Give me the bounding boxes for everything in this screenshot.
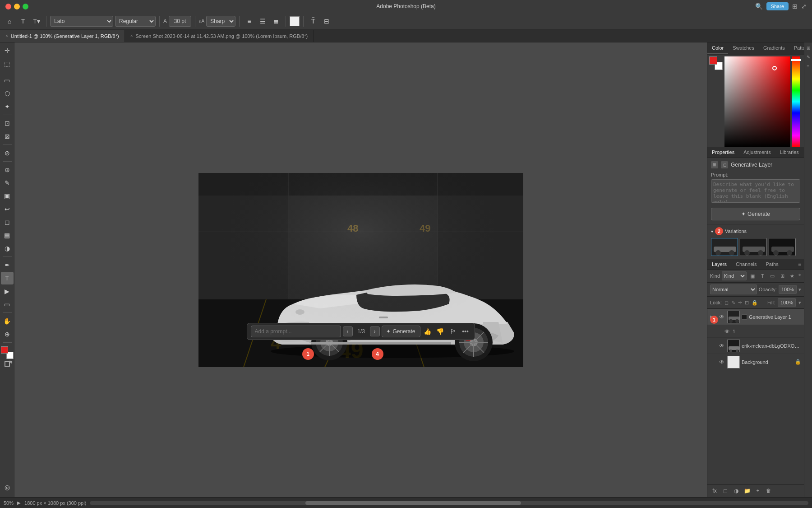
blur-tool[interactable]: ◑: [1, 242, 14, 255]
effect-filter-icon[interactable]: ★: [788, 272, 796, 280]
fill-dropdown-icon[interactable]: ▾: [798, 300, 801, 306]
path-selection-tool[interactable]: ▶: [1, 285, 14, 298]
prev-variation-btn[interactable]: ‹: [342, 326, 352, 336]
arrange-icon[interactable]: ⊞: [792, 3, 798, 10]
warp-text-btn[interactable]: T̃: [307, 15, 319, 27]
share-button[interactable]: Share: [766, 2, 789, 10]
foreground-color-swatch[interactable]: [1, 346, 8, 354]
scrollbar-thumb[interactable]: [305, 501, 521, 505]
search-icon[interactable]: 🔍: [755, 3, 763, 10]
flag-btn[interactable]: 🏳: [448, 326, 458, 337]
close-button[interactable]: [5, 4, 11, 9]
color-spectrum-container[interactable]: [724, 56, 802, 147]
shape-filter-icon[interactable]: ▭: [768, 272, 776, 280]
artboard-tool[interactable]: ⬚: [1, 57, 14, 70]
type-tool-side[interactable]: T: [1, 272, 14, 284]
hand-tool[interactable]: ✋: [1, 315, 14, 327]
marquee-tool[interactable]: ▭: [1, 74, 14, 87]
generate-large-btn[interactable]: ✦ Generate: [711, 208, 800, 220]
layer-sublayer-1[interactable]: 👁 1: [707, 325, 804, 338]
variation-1[interactable]: [711, 238, 738, 256]
thumbs-down-btn[interactable]: 👎: [435, 326, 446, 337]
align-left-btn[interactable]: ≡: [243, 15, 255, 27]
layer-add-btn[interactable]: +: [753, 486, 762, 495]
text-color-swatch[interactable]: [290, 16, 300, 26]
panel-strip-icon-2[interactable]: ✎: [805, 53, 812, 61]
panel-strip-icon-1[interactable]: ⊞: [805, 44, 812, 51]
tab-untitled[interactable]: × Untitled-1 @ 100% (Generative Layer 1,…: [0, 30, 125, 42]
font-style-select[interactable]: Regular: [115, 16, 156, 27]
pen-tool[interactable]: ✒: [1, 259, 14, 271]
type-tool[interactable]: T: [17, 15, 29, 27]
align-center-btn[interactable]: ☰: [257, 15, 268, 27]
opacity-input[interactable]: [779, 285, 797, 294]
layer-photo[interactable]: 👁 erik-mclean-dbLgODXOPgo-unsplash: [707, 338, 804, 354]
home-tool[interactable]: ⌂: [4, 15, 15, 27]
tab-close-2[interactable]: ×: [130, 33, 133, 38]
properties-tab[interactable]: Properties: [707, 147, 739, 157]
layer-background[interactable]: 👁 Background 🔒: [707, 354, 804, 370]
history-brush-tool[interactable]: ↩: [1, 203, 14, 215]
align-right-btn[interactable]: ≣: [270, 15, 282, 27]
tab-screenshot[interactable]: × Screen Shot 2023-06-14 at 11.42.53 AM.…: [125, 30, 314, 42]
color-tab[interactable]: Color: [707, 42, 728, 54]
layer-fx-btn[interactable]: fx: [710, 486, 719, 495]
color-gradient-area[interactable]: [724, 56, 790, 147]
layer-delete-btn[interactable]: 🗑: [764, 486, 773, 495]
eyedropper-tool[interactable]: ⊘: [1, 147, 14, 159]
zoom-tool[interactable]: ⊕: [1, 328, 14, 340]
libraries-tab[interactable]: Libraries: [775, 147, 803, 157]
expand-icon[interactable]: ▶: [17, 500, 21, 505]
lock-position-icon[interactable]: ✛: [738, 300, 742, 306]
gradients-tab[interactable]: Gradients: [759, 42, 789, 54]
prompt-input[interactable]: [250, 326, 341, 337]
thumbs-up-btn[interactable]: 👍: [422, 326, 433, 337]
swatches-tab[interactable]: Swatches: [728, 42, 759, 54]
fill-input[interactable]: [778, 298, 796, 307]
lock-image-icon[interactable]: ✎: [731, 300, 735, 306]
3d-text-btn[interactable]: ⊟: [321, 15, 332, 27]
font-family-select[interactable]: Lato: [50, 16, 113, 27]
paths-tab[interactable]: Paths: [761, 259, 783, 269]
pixel-filter-icon[interactable]: ▣: [748, 272, 757, 280]
hue-bar[interactable]: [792, 56, 800, 147]
color-swatch-container[interactable]: [1, 346, 14, 359]
adjustments-tab[interactable]: Adjustments: [739, 147, 775, 157]
expand-icon[interactable]: ⤢: [801, 3, 807, 10]
move-tool[interactable]: ✛: [1, 44, 14, 57]
layer-mask-btn[interactable]: ◻: [721, 486, 730, 495]
layer-visibility-sub[interactable]: 👁: [724, 328, 731, 335]
traffic-lights[interactable]: [5, 4, 28, 9]
crop-tool[interactable]: ⊡: [1, 117, 14, 130]
type-filter-icon[interactable]: T: [758, 272, 766, 280]
gradient-tool[interactable]: ▤: [1, 229, 14, 242]
lasso-tool[interactable]: ⬡: [1, 87, 14, 100]
eraser-tool[interactable]: ◻: [1, 216, 14, 228]
font-size-input[interactable]: [169, 16, 191, 27]
channels-tab[interactable]: Channels: [731, 259, 761, 269]
fg-color-box[interactable]: [709, 56, 717, 65]
generate-btn-canvas[interactable]: ✦ Generate: [381, 326, 420, 337]
lock-artboard-icon[interactable]: ⊡: [745, 300, 749, 306]
layer-visibility-2[interactable]: 👁: [718, 342, 725, 350]
healing-brush-tool[interactable]: ⊕: [1, 163, 14, 176]
next-variation-btn[interactable]: ›: [369, 326, 379, 336]
anti-alias-select[interactable]: Sharp: [206, 16, 235, 27]
lock-all-icon[interactable]: 🔒: [752, 300, 758, 306]
blend-mode-select[interactable]: Normal: [710, 284, 757, 294]
layer-visibility-1[interactable]: 👁: [718, 313, 725, 321]
frame-tool[interactable]: ⊠: [1, 130, 14, 143]
layer-generative[interactable]: ▶ 👁 Generative Layer 1 1: [707, 309, 804, 325]
stamp-tool[interactable]: ▣: [1, 190, 14, 202]
layers-tab[interactable]: Layers: [707, 259, 731, 269]
variation-3[interactable]: [769, 238, 796, 256]
minimize-button[interactable]: [14, 4, 20, 9]
prompt-textarea[interactable]: [711, 179, 800, 203]
tab-close-1[interactable]: ×: [5, 33, 8, 38]
quick-mask-btn[interactable]: ◎: [1, 481, 14, 494]
opacity-dropdown-icon[interactable]: ▾: [798, 287, 801, 293]
type-options[interactable]: T▾: [31, 15, 42, 27]
more-options-btn[interactable]: •••: [460, 326, 471, 337]
maximize-button[interactable]: [23, 4, 28, 9]
brush-tool[interactable]: ✎: [1, 177, 14, 189]
